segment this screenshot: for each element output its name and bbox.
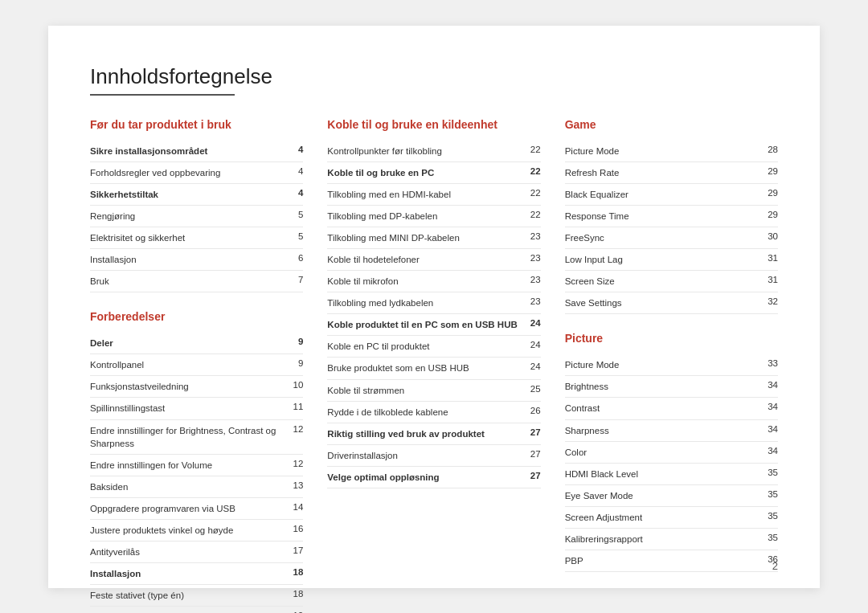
toc-number: 5: [287, 231, 303, 241]
toc-number: 33: [762, 358, 778, 368]
toc-item: Spillinnstillingstast11: [90, 398, 303, 419]
toc-label: Sikkerhetstiltak: [90, 188, 287, 201]
toc-number: 13: [287, 480, 303, 490]
toc-item: Feste stativet (type én)18: [90, 585, 303, 607]
section-0: GamePicture Mode28Refresh Rate29Black Eq…: [565, 118, 778, 315]
toc-number: 10: [287, 380, 303, 390]
toc-label: Baksiden: [90, 480, 287, 493]
section-title: Koble til og bruke en kildeenhet: [327, 118, 540, 131]
toc-label: Color: [565, 446, 762, 459]
toc-item: Response Time29: [565, 206, 778, 227]
toc-label: Koble produktet til en PC som en USB HUB: [327, 318, 524, 331]
toc-item: Koble til mikrofon23: [327, 271, 540, 292]
toc-item: Justere produktets vinkel og høyde16: [90, 520, 303, 541]
toc-item: Funksjonstastveiledning10: [90, 376, 303, 398]
toc-item: Brightness34: [565, 376, 778, 398]
toc-item: Tilkobling med lydkabelen23: [327, 292, 540, 314]
toc-number: 11: [287, 402, 303, 411]
toc-label: Tilkobling med en HDMI-kabel: [327, 188, 524, 201]
toc-number: 22: [525, 145, 541, 154]
columns-container: Før du tar produktet i brukSikre install…: [90, 118, 778, 614]
toc-label: Installasjon: [90, 253, 287, 266]
toc-label: Response Time: [565, 210, 762, 223]
toc-item: Koble en PC til produktet24: [327, 336, 540, 358]
toc-label: Rengjøring: [90, 210, 287, 223]
toc-item: Bruke produktet som en USB HUB24: [327, 358, 540, 379]
toc-item: Oppgradere programvaren via USB14: [90, 498, 303, 520]
toc-item: Eye Saver Mode35: [565, 485, 778, 507]
toc-label: Black Equalizer: [565, 188, 762, 201]
page-title: Innholdsfortegnelse: [90, 64, 778, 89]
toc-label: Rydde i de tilkoblede kablene: [327, 406, 524, 419]
toc-number: 29: [762, 210, 778, 219]
toc-item: Bruk7: [90, 271, 303, 292]
column-2: Koble til og bruke en kildeenhetKontroll…: [327, 118, 564, 614]
toc-item: Screen Adjustment35: [565, 507, 778, 529]
toc-item: PBP36: [565, 550, 778, 572]
toc-number: 23: [525, 231, 541, 241]
toc-number: 29: [762, 166, 778, 176]
toc-label: PBP: [565, 554, 762, 567]
toc-number: 22: [525, 166, 541, 176]
toc-number: 6: [287, 253, 303, 263]
toc-item: Black Equalizer29: [565, 184, 778, 206]
toc-number: 22: [525, 188, 541, 198]
toc-item: Screen Size31: [565, 271, 778, 292]
toc-number: 5: [287, 210, 303, 219]
toc-item: Rydde i de tilkoblede kablene26: [327, 402, 540, 423]
toc-label: Forholdsregler ved oppbevaring: [90, 166, 287, 179]
toc-number: 32: [762, 296, 778, 306]
toc-label: Elektrisitet og sikkerhet: [90, 231, 287, 244]
toc-label: Koble til og bruke en PC: [327, 166, 524, 179]
toc-item: Sikre installasjonsområdet4: [90, 141, 303, 162]
section-1: PicturePicture Mode33Brightness34Contras…: [565, 332, 778, 572]
toc-item: Forholdsregler ved oppbevaring4: [90, 162, 303, 184]
toc-item: Refresh Rate29: [565, 162, 778, 184]
toc-label: Endre innstillingen for Volume: [90, 459, 287, 472]
toc-number: 23: [525, 275, 541, 284]
toc-item: Endre innstillinger for Brightness, Cont…: [90, 420, 303, 455]
toc-number: 35: [762, 468, 778, 477]
toc-item: Tilkobling med en HDMI-kabel22: [327, 184, 540, 206]
toc-item: Deler9: [90, 333, 303, 354]
toc-number: 27: [525, 427, 541, 437]
column-3: GamePicture Mode28Refresh Rate29Black Eq…: [565, 118, 778, 614]
toc-label: Kontrollpunkter før tilkobling: [327, 145, 524, 157]
toc-label: Driverinstallasjon: [327, 449, 524, 462]
section-0: Før du tar produktet i brukSikre install…: [90, 118, 303, 293]
toc-item: Save Settings32: [565, 292, 778, 314]
toc-label: Sharpness: [565, 424, 762, 437]
toc-number: 24: [525, 318, 541, 328]
toc-number: 24: [525, 340, 541, 349]
section-title: Før du tar produktet i bruk: [90, 118, 303, 131]
toc-item: Koble til og bruke en PC22: [327, 162, 540, 184]
toc-label: FreeSync: [565, 231, 762, 244]
toc-number: 22: [525, 210, 541, 219]
toc-item: FreeSync30: [565, 227, 778, 249]
toc-label: Deler: [90, 337, 287, 349]
toc-item: Tilkobling med MINI DP-kabelen23: [327, 227, 540, 249]
toc-label: Koble en PC til produktet: [327, 340, 524, 353]
toc-number: 4: [287, 188, 303, 198]
toc-label: Tilkobling med lydkabelen: [327, 296, 524, 309]
toc-label: Refresh Rate: [565, 166, 762, 179]
toc-label: Contrast: [565, 402, 762, 415]
toc-item: Kontrollpunkter før tilkobling22: [327, 141, 540, 162]
toc-item: Installasjon18: [90, 563, 303, 585]
toc-number: 27: [525, 471, 541, 480]
section-title: Picture: [565, 332, 778, 345]
toc-number: 34: [762, 402, 778, 411]
toc-item: Installasjon6: [90, 249, 303, 271]
toc-number: 16: [287, 524, 303, 533]
toc-item: Koble produktet til en PC som en USB HUB…: [327, 314, 540, 336]
toc-item: Elektrisitet og sikkerhet5: [90, 227, 303, 249]
title-underline: [90, 94, 235, 96]
toc-label: Koble til hodetelefoner: [327, 253, 524, 266]
toc-label: Riktig stilling ved bruk av produktet: [327, 427, 524, 440]
toc-label: Eye Saver Mode: [565, 489, 762, 502]
toc-label: Picture Mode: [565, 145, 762, 157]
toc-number: 4: [287, 166, 303, 176]
toc-number: 7: [287, 275, 303, 284]
toc-number: 18: [287, 589, 303, 599]
toc-number: 9: [287, 358, 303, 368]
